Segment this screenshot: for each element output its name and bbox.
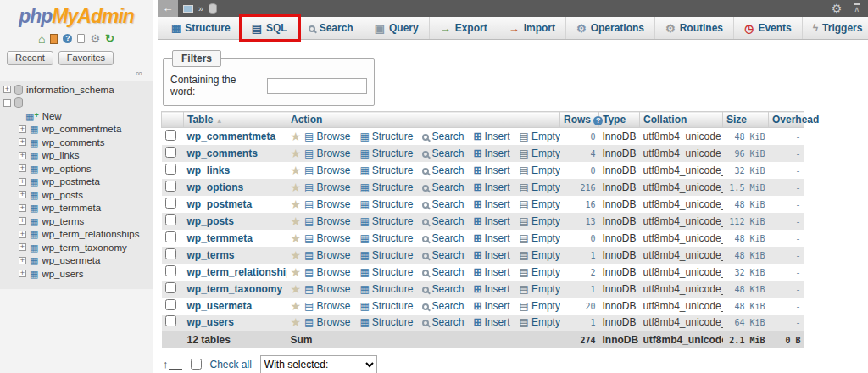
insert-link[interactable]: Insert: [473, 181, 509, 193]
sidebar-toolbar-icon[interactable]: [38, 33, 45, 45]
structure-link[interactable]: Structure: [359, 198, 413, 210]
insert-link[interactable]: Insert: [473, 148, 509, 159]
empty-link[interactable]: Empty: [520, 232, 560, 244]
recent-button[interactable]: Recent: [7, 51, 53, 65]
insert-link[interactable]: Insert: [473, 198, 509, 210]
column-header-overhead[interactable]: Overhead: [769, 112, 804, 128]
insert-link[interactable]: Insert: [473, 266, 509, 278]
favorite-star-icon[interactable]: [291, 164, 302, 176]
tree-node-label[interactable]: wp_terms: [42, 216, 84, 226]
row-checkbox[interactable]: [165, 130, 176, 141]
search-link[interactable]: Search: [422, 148, 464, 159]
tree-node-information-schema[interactable]: + information_schema: [0, 83, 153, 97]
expand-icon[interactable]: +: [19, 138, 26, 146]
help-icon[interactable]: [593, 116, 603, 125]
column-header-collation[interactable]: Collation: [640, 112, 723, 128]
structure-link[interactable]: Structure: [359, 181, 413, 193]
browse-link[interactable]: Browse: [304, 148, 350, 159]
tab[interactable]: Export: [430, 17, 498, 39]
tree-node-label[interactable]: wp_usermeta: [42, 255, 100, 265]
structure-link[interactable]: Structure: [359, 300, 413, 312]
expand-icon[interactable]: +: [19, 270, 26, 277]
expand-icon[interactable]: +: [19, 243, 26, 251]
collation[interactable]: utf8mb4_unicode_ci: [640, 213, 723, 230]
browse-link[interactable]: Browse: [304, 198, 350, 210]
expand-icon[interactable]: +: [19, 217, 26, 225]
favorite-star-icon[interactable]: [291, 215, 302, 227]
tree-node-table[interactable]: + wp_termmeta: [0, 202, 153, 215]
tree-node-table[interactable]: + wp_term_relationships: [0, 228, 153, 242]
collation[interactable]: utf8mb4_unicode_ci: [640, 247, 723, 264]
insert-link[interactable]: Insert: [473, 232, 509, 244]
collation[interactable]: utf8mb4_unicode_ci: [640, 179, 723, 196]
row-checkbox[interactable]: [165, 181, 176, 192]
search-link[interactable]: Search: [422, 215, 464, 227]
structure-link[interactable]: Structure: [359, 266, 413, 278]
column-header-type[interactable]: Type: [599, 112, 640, 128]
browse-link[interactable]: Browse: [304, 249, 350, 261]
browse-link[interactable]: Browse: [304, 232, 350, 244]
tree-node-label[interactable]: wp_comments: [42, 137, 104, 148]
favorite-star-icon[interactable]: [291, 316, 302, 328]
empty-link[interactable]: Empty: [520, 148, 560, 159]
insert-link[interactable]: Insert: [473, 283, 509, 295]
table-name-link[interactable]: wp_usermeta: [187, 300, 253, 312]
structure-link[interactable]: Structure: [359, 316, 413, 328]
search-link[interactable]: Search: [422, 181, 464, 193]
table-name-link[interactable]: wp_termmeta: [187, 232, 253, 244]
tab[interactable]: Routines: [655, 17, 734, 39]
table-name-link[interactable]: wp_links: [187, 164, 231, 176]
column-header-table[interactable]: Table: [184, 112, 287, 128]
table-name-link[interactable]: wp_postmeta: [187, 198, 253, 210]
table-name-link[interactable]: wp_term_relationships: [187, 266, 287, 278]
collation[interactable]: utf8mb4_unicode_ci: [640, 264, 723, 281]
structure-link[interactable]: Structure: [359, 232, 413, 244]
browse-link[interactable]: Browse: [304, 283, 350, 295]
tree-node-label[interactable]: wp_options: [42, 164, 91, 174]
sidebar-toolbar-icon[interactable]: [90, 33, 100, 44]
tree-node-label[interactable]: wp_links: [42, 150, 79, 160]
insert-link[interactable]: Insert: [473, 300, 509, 312]
favorite-star-icon[interactable]: [291, 181, 302, 193]
browse-link[interactable]: Browse: [304, 131, 350, 142]
insert-link[interactable]: Insert: [473, 164, 509, 176]
empty-link[interactable]: Empty: [520, 131, 560, 142]
tree-node-table[interactable]: + wp_commentmeta: [0, 123, 153, 136]
favorite-star-icon[interactable]: [291, 198, 302, 210]
tab[interactable]: Query: [364, 17, 430, 39]
browse-link[interactable]: Browse: [304, 300, 350, 312]
favorite-star-icon[interactable]: [291, 266, 302, 278]
browse-link[interactable]: Browse: [304, 316, 350, 328]
filter-word-input[interactable]: [267, 78, 367, 94]
search-link[interactable]: Search: [422, 316, 464, 328]
table-name-link[interactable]: wp_comments: [187, 148, 258, 159]
tab[interactable]: Structure: [161, 17, 242, 39]
tab[interactable]: Triggers: [803, 17, 868, 39]
database-breadcrumb-icon[interactable]: [209, 3, 217, 14]
expand-icon[interactable]: +: [19, 152, 26, 159]
row-checkbox[interactable]: [165, 231, 176, 242]
tree-node-table[interactable]: + wp_users: [0, 267, 153, 281]
table-name-link[interactable]: wp_posts: [187, 215, 234, 227]
favorite-star-icon[interactable]: [291, 300, 302, 312]
favorite-star-icon[interactable]: [291, 148, 302, 159]
tree-node-label[interactable]: wp_users: [42, 269, 83, 279]
empty-link[interactable]: Empty: [520, 249, 560, 261]
empty-link[interactable]: Empty: [520, 316, 560, 328]
insert-link[interactable]: Insert: [473, 215, 509, 227]
link-panel-icon[interactable]: [136, 68, 142, 78]
search-link[interactable]: Search: [422, 232, 464, 244]
table-name-link[interactable]: wp_commentmeta: [187, 131, 276, 142]
expand-icon[interactable]: +: [19, 231, 26, 238]
structure-link[interactable]: Structure: [359, 131, 413, 142]
tab[interactable]: SQL: [242, 17, 298, 39]
row-checkbox[interactable]: [165, 299, 176, 310]
empty-link[interactable]: Empty: [520, 164, 560, 176]
favorite-star-icon[interactable]: [291, 249, 302, 261]
tree-node-table[interactable]: + wp_terms: [0, 214, 153, 228]
sidebar-toolbar-icon[interactable]: [63, 34, 72, 43]
collation[interactable]: utf8mb4_unicode_ci: [640, 298, 723, 315]
search-link[interactable]: Search: [422, 266, 464, 278]
browse-link[interactable]: Browse: [304, 215, 350, 227]
row-checkbox[interactable]: [165, 282, 176, 293]
